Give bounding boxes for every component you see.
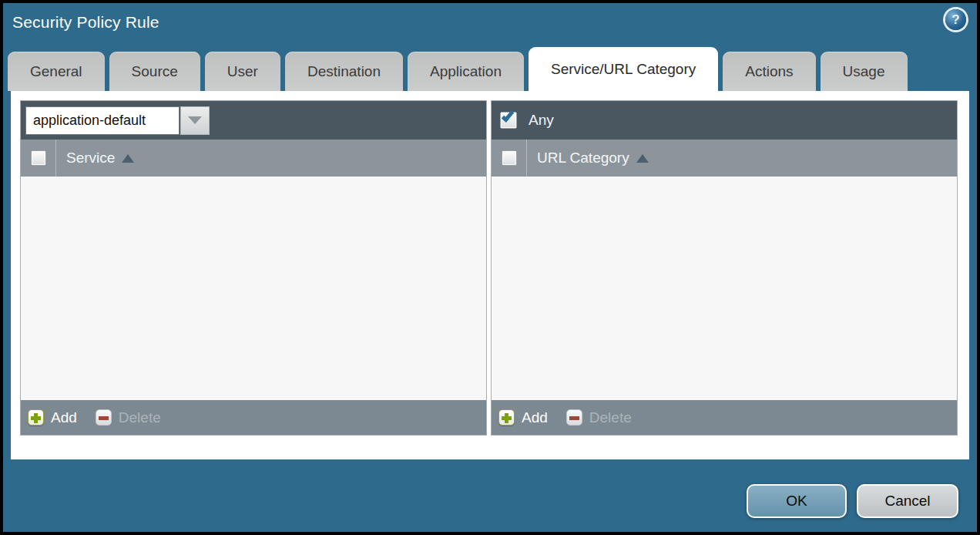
url-category-select-all-checkbox[interactable] — [502, 150, 517, 166]
service-toolbar: Add Delete — [21, 400, 486, 435]
service-add-button[interactable]: Add — [28, 409, 77, 426]
delete-label: Delete — [119, 409, 161, 426]
url-category-add-button[interactable]: Add — [498, 409, 548, 426]
check-icon — [502, 109, 514, 122]
any-checkbox[interactable] — [500, 112, 517, 129]
tab-label: User — [227, 63, 258, 80]
tab-usage[interactable]: Usage — [821, 52, 908, 91]
service-dropdown[interactable]: application-default — [25, 106, 180, 135]
ok-button[interactable]: OK — [747, 484, 847, 518]
any-bar: Any — [492, 101, 957, 140]
tab-label: Usage — [843, 63, 885, 80]
chevron-down-icon — [188, 116, 202, 124]
service-table-body — [21, 177, 486, 400]
tab-application[interactable]: Application — [408, 52, 524, 91]
service-dropdown-value: application-default — [33, 113, 146, 129]
service-column-label[interactable]: Service — [66, 150, 115, 167]
url-category-column-label[interactable]: URL Category — [537, 150, 629, 167]
tab-actions[interactable]: Actions — [723, 52, 815, 91]
tab-general[interactable]: General — [8, 52, 105, 91]
sort-ascending-icon[interactable] — [122, 154, 134, 163]
service-delete-button[interactable]: Delete — [96, 409, 161, 426]
add-label: Add — [51, 409, 77, 426]
add-icon — [498, 409, 515, 426]
tab-label: General — [30, 63, 82, 80]
tab-label: Application — [430, 63, 502, 80]
cancel-label: Cancel — [884, 493, 930, 510]
dialog-title: Security Policy Rule — [12, 13, 159, 32]
service-dropdown-bar: application-default — [21, 101, 486, 140]
service-panel: application-default Service Add — [20, 100, 487, 436]
security-policy-rule-dialog: Security Policy Rule ? General Source Us… — [0, 0, 980, 535]
url-category-column-header: URL Category — [492, 140, 957, 177]
minus-icon — [566, 409, 582, 426]
url-category-delete-button[interactable]: Delete — [566, 409, 632, 426]
tab-label: Destination — [307, 63, 381, 80]
tab-source[interactable]: Source — [109, 52, 200, 91]
add-icon — [28, 409, 44, 426]
service-column-header: Service — [21, 140, 486, 177]
dialog-body: application-default Service Add — [11, 91, 969, 459]
service-select-all-cell — [21, 140, 56, 177]
any-label: Any — [529, 112, 554, 129]
cancel-button[interactable]: Cancel — [857, 484, 958, 518]
tab-label: Actions — [745, 63, 793, 80]
help-glyph: ? — [951, 12, 959, 28]
tab-user[interactable]: User — [205, 52, 280, 91]
tab-destination[interactable]: Destination — [285, 52, 403, 91]
add-label: Add — [522, 409, 548, 426]
dialog-buttons: OK Cancel — [747, 484, 958, 518]
help-icon[interactable]: ? — [945, 9, 966, 30]
minus-icon — [96, 409, 112, 426]
service-select-all-checkbox[interactable] — [31, 150, 46, 166]
sort-ascending-icon[interactable] — [636, 154, 649, 163]
tab-label: Service/URL Category — [551, 61, 696, 78]
url-category-panel: Any URL Category Add Delete — [491, 100, 958, 436]
tab-label: Source — [132, 63, 178, 80]
tab-bar: General Source User Destination Applicat… — [8, 48, 908, 91]
tab-service-url-category[interactable]: Service/URL Category — [529, 47, 718, 91]
url-category-toolbar: Add Delete — [492, 400, 957, 435]
url-category-table-body — [492, 177, 957, 400]
url-category-select-all-cell — [492, 140, 527, 177]
ok-label: OK — [786, 493, 807, 510]
delete-label: Delete — [589, 409, 632, 426]
service-dropdown-button[interactable] — [180, 106, 210, 135]
